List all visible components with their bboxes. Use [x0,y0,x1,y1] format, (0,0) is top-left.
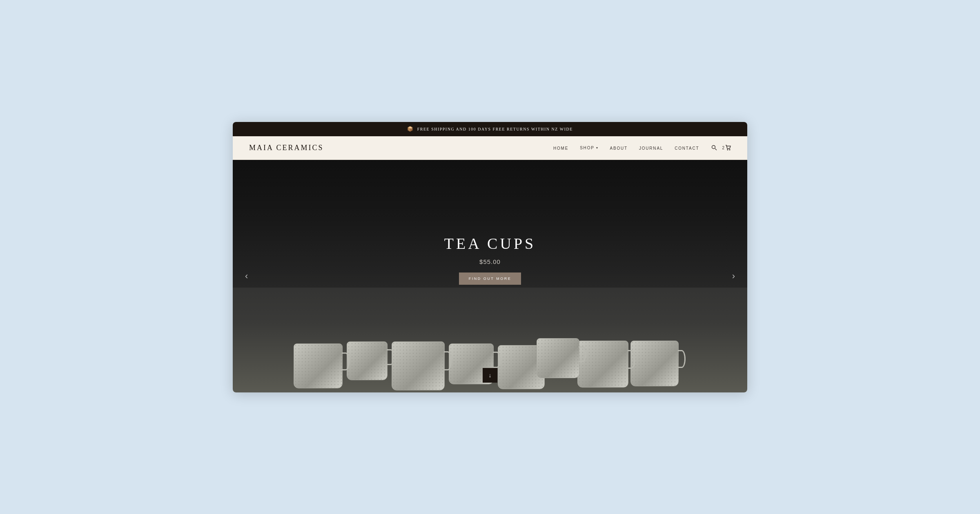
mug-1 [294,343,343,388]
carousel-prev-button[interactable]: ‹ [241,267,252,286]
svg-point-3 [729,149,730,150]
svg-line-1 [715,148,717,150]
carousel-next-button[interactable]: › [728,267,739,286]
nav-shop[interactable]: SHOP ▾ [580,146,598,150]
cart-button[interactable]: 2 [722,145,731,151]
nav-about[interactable]: ABOUT [610,146,628,151]
search-button[interactable] [711,145,717,151]
scroll-down-button[interactable]: ↓ [483,368,497,383]
hero-title: TEA CUPS [444,235,536,253]
mug-7 [577,341,628,388]
hero-section: ‹ TEA CUPS $55.00 FIND OUT MORE › ↓ [233,160,747,392]
scroll-down-icon: ↓ [489,372,492,379]
mug-3 [392,341,445,390]
nav-contact[interactable]: CONTACT [675,146,699,151]
hero-price: $55.00 [479,258,501,265]
shipping-icon: 📦 [407,126,414,132]
nav-icons: 2 [711,145,731,151]
mug-8 [630,341,679,386]
header: MAIA CERAMICS HOME SHOP ▾ ABOUT [233,136,747,160]
announcement-text: FREE SHIPPING AND 100 DAYS FREE RETURNS … [417,127,573,131]
main-nav: HOME SHOP ▾ ABOUT JOURNAL [553,144,699,151]
hero-cta-button[interactable]: FIND OUT MORE [459,273,521,285]
announcement-bar: 📦 FREE SHIPPING AND 100 DAYS FREE RETURN… [233,122,747,136]
hero-content: TEA CUPS $55.00 FIND OUT MORE [444,235,536,285]
shop-chevron-icon: ▾ [596,146,599,150]
cart-count: 2 [722,146,724,150]
mug-2 [347,341,388,380]
mug-6 [537,338,579,378]
nav-home[interactable]: HOME [553,146,568,151]
svg-point-2 [727,149,728,150]
svg-point-0 [712,146,715,149]
browser-frame: 📦 FREE SHIPPING AND 100 DAYS FREE RETURN… [233,122,747,392]
logo[interactable]: MAIA CERAMICS [249,144,324,152]
nav-right: HOME SHOP ▾ ABOUT JOURNAL [553,144,731,151]
nav-journal[interactable]: JOURNAL [639,146,663,151]
